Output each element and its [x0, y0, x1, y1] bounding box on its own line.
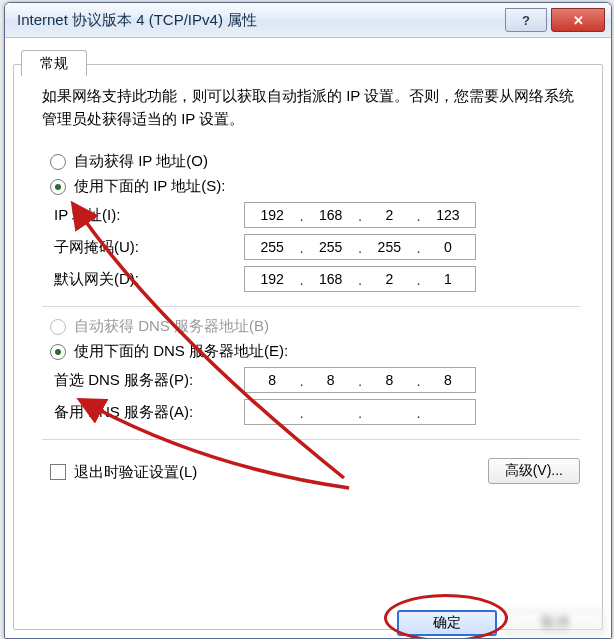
tab-general[interactable]: 常规 [21, 50, 87, 76]
radio-label: 使用下面的 IP 地址(S): [74, 177, 225, 196]
ip-octet[interactable] [421, 371, 475, 389]
radio-icon [50, 319, 66, 335]
checkbox-label: 退出时验证设置(L) [74, 463, 197, 482]
row-mask: 子网掩码(U): . . . [54, 234, 580, 260]
radio-auto-dns: 自动获得 DNS 服务器地址(B) [50, 317, 580, 336]
radio-manual-ip[interactable]: 使用下面的 IP 地址(S): [50, 177, 580, 196]
ip-octet[interactable] [304, 403, 358, 421]
dialog-buttons: 确定 取消 [397, 610, 605, 636]
advanced-button[interactable]: 高级(V)... [488, 458, 580, 484]
window-controls: ? ✕ [505, 8, 605, 32]
close-button[interactable]: ✕ [551, 8, 605, 32]
row-dns1: 首选 DNS 服务器(P): . . . [54, 367, 580, 393]
titlebar: Internet 协议版本 4 (TCP/IPv4) 属性 ? ✕ [5, 3, 611, 38]
checkbox-validate[interactable]: 退出时验证设置(L) [50, 463, 197, 482]
row-gateway: 默认网关(D): . . . [54, 266, 580, 292]
radio-label: 使用下面的 DNS 服务器地址(E): [74, 342, 288, 361]
ip-octet[interactable] [304, 238, 358, 256]
ok-button[interactable]: 确定 [397, 610, 497, 636]
row-ip: IP 地址(I): . . . [54, 202, 580, 228]
input-mask[interactable]: . . . [244, 234, 476, 260]
ip-octet[interactable] [304, 270, 358, 288]
row-dns2: 备用 DNS 服务器(A): . . . [54, 399, 580, 425]
input-ip[interactable]: . . . [244, 202, 476, 228]
ip-octet[interactable] [304, 371, 358, 389]
radio-icon [50, 154, 66, 170]
label-mask: 子网掩码(U): [54, 238, 244, 257]
ip-octet[interactable] [421, 403, 475, 421]
ip-octet[interactable] [245, 270, 299, 288]
window: Internet 协议版本 4 (TCP/IPv4) 属性 ? ✕ 常规 如果网… [4, 2, 612, 639]
cancel-button[interactable]: 取消 [505, 610, 605, 636]
radio-manual-dns[interactable]: 使用下面的 DNS 服务器地址(E): [50, 342, 580, 361]
radio-icon [50, 179, 66, 195]
ip-octet[interactable] [421, 270, 475, 288]
ip-octet[interactable] [362, 270, 416, 288]
input-dns1[interactable]: . . . [244, 367, 476, 393]
label-dns2: 备用 DNS 服务器(A): [54, 403, 244, 422]
ip-octet[interactable] [245, 206, 299, 224]
separator [42, 306, 580, 307]
radio-auto-ip[interactable]: 自动获得 IP 地址(O) [50, 152, 580, 171]
ip-octet[interactable] [421, 206, 475, 224]
input-dns2[interactable]: . . . [244, 399, 476, 425]
ip-octet[interactable] [362, 238, 416, 256]
checkbox-icon [50, 464, 66, 480]
ip-octet[interactable] [362, 403, 416, 421]
ip-octet[interactable] [304, 206, 358, 224]
ip-octet[interactable] [245, 371, 299, 389]
window-title: Internet 协议版本 4 (TCP/IPv4) 属性 [17, 11, 505, 30]
ip-octet[interactable] [362, 206, 416, 224]
help-button[interactable]: ? [505, 8, 547, 32]
ip-octet[interactable] [245, 238, 299, 256]
separator [42, 439, 580, 440]
label-gateway: 默认网关(D): [54, 270, 244, 289]
radio-label: 自动获得 IP 地址(O) [74, 152, 208, 171]
radio-label: 自动获得 DNS 服务器地址(B) [74, 317, 269, 336]
input-gateway[interactable]: . . . [244, 266, 476, 292]
ip-octet[interactable] [362, 371, 416, 389]
client-area: 常规 如果网络支持此功能，则可以获取自动指派的 IP 设置。否则，您需要从网络系… [5, 38, 611, 638]
tab-panel: 如果网络支持此功能，则可以获取自动指派的 IP 设置。否则，您需要从网络系统管理… [13, 64, 603, 630]
ip-octet[interactable] [421, 238, 475, 256]
radio-icon [50, 344, 66, 360]
ip-octet[interactable] [245, 403, 299, 421]
label-ip: IP 地址(I): [54, 206, 244, 225]
label-dns1: 首选 DNS 服务器(P): [54, 371, 244, 390]
description-text: 如果网络支持此功能，则可以获取自动指派的 IP 设置。否则，您需要从网络系统管理… [42, 85, 580, 130]
